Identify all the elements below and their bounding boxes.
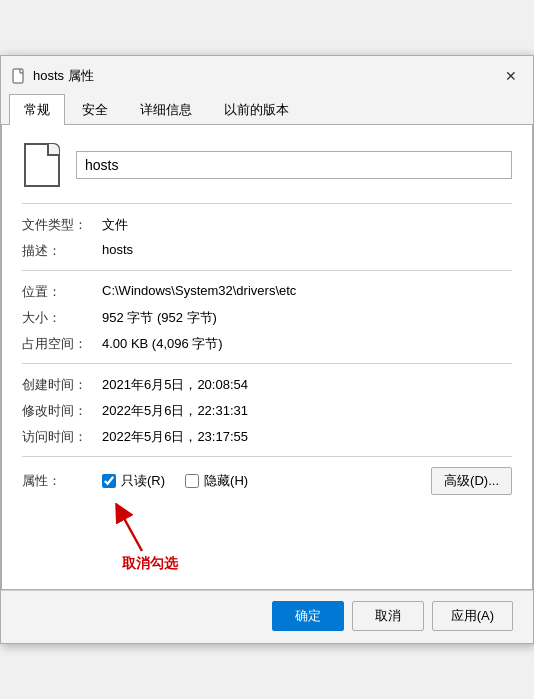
created-label: 创建时间： xyxy=(22,374,102,394)
ok-button[interactable]: 确定 xyxy=(272,601,344,631)
title-file-icon xyxy=(11,68,27,84)
file-name-input[interactable] xyxy=(76,151,512,179)
title-bar: hosts 属性 ✕ xyxy=(1,56,533,94)
apply-button[interactable]: 应用(A) xyxy=(432,601,513,631)
arrow-icon xyxy=(112,503,172,553)
tab-details[interactable]: 详细信息 xyxy=(125,94,207,125)
tab-previous[interactable]: 以前的版本 xyxy=(209,94,304,125)
hidden-checkbox-label[interactable]: 隐藏(H) xyxy=(185,472,248,490)
created-value: 2021年6月5日，20:08:54 xyxy=(102,374,512,394)
size-label: 大小： xyxy=(22,307,102,327)
annotation-container: 取消勾选 xyxy=(112,503,512,573)
modified-label: 修改时间： xyxy=(22,400,102,420)
disksize-value: 4.00 KB (4,096 字节) xyxy=(102,333,512,353)
modified-value: 2022年5月6日，22:31:31 xyxy=(102,400,512,420)
file-header xyxy=(22,141,512,189)
bottom-buttons: 确定 取消 应用(A) xyxy=(1,590,533,643)
type-section: 文件类型： 文件 描述： hosts xyxy=(22,214,512,260)
location-label: 位置： xyxy=(22,281,102,301)
filetype-label: 文件类型： xyxy=(22,214,102,234)
file-icon xyxy=(24,143,60,187)
divider-2 xyxy=(22,270,512,271)
divider-1 xyxy=(22,203,512,204)
tab-general[interactable]: 常规 xyxy=(9,94,65,125)
disksize-label: 占用空间： xyxy=(22,333,102,353)
description-label: 描述： xyxy=(22,240,102,260)
location-value: C:\Windows\System32\drivers\etc xyxy=(102,281,512,301)
timestamps-section: 创建时间： 2021年6月5日，20:08:54 修改时间： 2022年5月6日… xyxy=(22,374,512,446)
size-value: 952 字节 (952 字节) xyxy=(102,307,512,327)
svg-rect-0 xyxy=(13,69,23,83)
hidden-checkbox[interactable] xyxy=(185,474,199,488)
readonly-label: 只读(R) xyxy=(121,472,165,490)
divider-3 xyxy=(22,363,512,364)
filetype-value: 文件 xyxy=(102,214,512,234)
description-value: hosts xyxy=(102,240,512,260)
accessed-label: 访问时间： xyxy=(22,426,102,446)
tab-content: 文件类型： 文件 描述： hosts 位置： C:\Windows\System… xyxy=(1,125,533,590)
tab-bar: 常规 安全 详细信息 以前的版本 xyxy=(1,94,533,125)
readonly-checkbox-label[interactable]: 只读(R) xyxy=(102,472,165,490)
svg-line-1 xyxy=(120,511,142,551)
readonly-checkbox[interactable] xyxy=(102,474,116,488)
advanced-button[interactable]: 高级(D)... xyxy=(431,467,512,495)
attributes-row: 属性： 只读(R) 隐藏(H) 高级(D)... xyxy=(22,467,512,495)
cancel-button[interactable]: 取消 xyxy=(352,601,424,631)
close-button[interactable]: ✕ xyxy=(499,64,523,88)
annotation-text: 取消勾选 xyxy=(122,555,178,573)
hidden-label: 隐藏(H) xyxy=(204,472,248,490)
window-title: hosts 属性 xyxy=(33,67,94,85)
location-section: 位置： C:\Windows\System32\drivers\etc 大小： … xyxy=(22,281,512,353)
attributes-label: 属性： xyxy=(22,472,102,490)
tab-security[interactable]: 安全 xyxy=(67,94,123,125)
properties-dialog: hosts 属性 ✕ 常规 安全 详细信息 以前的版本 文件类型： 文件 描述：… xyxy=(0,55,534,644)
accessed-value: 2022年5月6日，23:17:55 xyxy=(102,426,512,446)
divider-4 xyxy=(22,456,512,457)
